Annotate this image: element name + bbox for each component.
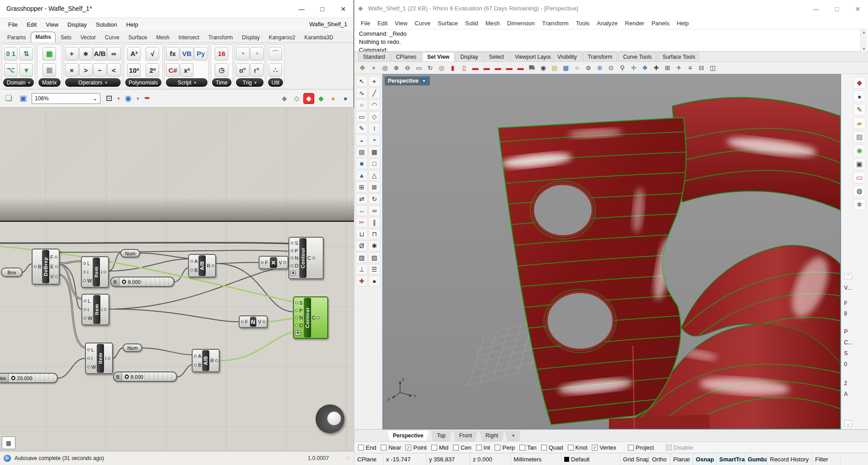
gh-group-label[interactable]: Operators▾ [65,78,121,87]
gh-component-icon[interactable]: ◷ [215,63,228,77]
panel-icon[interactable]: ✱ [853,199,866,211]
status-cell[interactable]: z 0.000 [470,453,511,465]
preview-mode-icon[interactable]: ◆ [279,93,290,104]
scroll-down-button[interactable]: ⌄ [844,420,852,427]
checkbox-icon[interactable] [628,445,634,451]
gh-component-item-3[interactable]: LiW Item i [85,343,113,374]
gh-menu-item[interactable]: Help [122,19,143,30]
gh-param-box[interactable]: Box [1,268,23,277]
rhino-menu-item[interactable]: Edit [374,19,391,28]
gh-category-tab[interactable]: Params [3,33,30,42]
checkbox-icon[interactable] [495,445,500,451]
tool-icon[interactable]: ∿ [356,88,368,99]
panel-icon[interactable]: ▨ [853,131,866,143]
panel-icon[interactable]: ▭ [853,172,866,183]
gh-component-icon[interactable]: fx [166,47,179,61]
tool-icon[interactable]: ▨ [368,252,380,263]
checkbox-icon[interactable] [406,445,411,451]
rhino-close-button[interactable]: ✕ [847,0,868,18]
tool-icon[interactable]: ☰ [368,264,380,275]
panel-icon[interactable]: ▣ [853,158,866,170]
rhino-toolbar-tab[interactable]: Transform [583,52,617,61]
gh-group-label[interactable]: Matrix [38,78,61,87]
gh-component-icon[interactable]: A² [127,47,141,61]
tool-icon[interactable]: ⊞ [356,182,368,193]
gh-slider-b2[interactable]: B 8.000 [113,371,177,382]
gh-component-icon[interactable]: ⌒ [269,47,282,61]
tool-icon[interactable]: □ [368,158,380,169]
tool-icon[interactable]: ■ [356,158,368,169]
gh-component-icon[interactable]: ∴ [269,63,282,77]
gh-component-icon[interactable]: ▦ [42,47,56,61]
toolbar-icon[interactable]: ✈ [674,63,684,73]
status-cell[interactable]: Gumball [745,453,767,465]
gh-param-num-1[interactable]: Num [120,249,140,258]
panel-label[interactable]: C... [844,339,853,346]
slider-knob[interactable] [122,280,126,284]
chevron-down-icon[interactable]: ▾ [137,96,139,101]
gh-titlebar[interactable]: Grasshopper - Wafle_Shelf_1* — □ ✕ [0,0,354,18]
gh-component-item-2[interactable]: LiW Item i [81,294,109,325]
gh-slider-b1[interactable]: B 8.000 [110,277,175,287]
toolbar-icon[interactable]: ✥ [357,63,368,73]
expression-icon[interactable]: ✱ [295,330,300,335]
tool-icon[interactable]: ⊠ [368,182,380,193]
status-cell[interactable]: CPlane [354,453,383,465]
gh-component-icon[interactable]: 16 [215,47,228,61]
toolbar-icon[interactable]: ⚲ [617,63,627,73]
tool-icon[interactable]: ✎ [356,123,368,134]
toolbar-icon[interactable]: ▤ [549,63,560,73]
chevron-down-icon[interactable]: ▾ [118,96,120,101]
toolbar-icon[interactable]: ▯ [459,63,469,73]
status-cell[interactable]: Millimeters [511,453,561,465]
gh-category-tab[interactable]: Kangaroo2 [264,33,299,42]
tool-icon[interactable]: ⇄ [356,193,368,204]
expression-icon[interactable]: ✱ [291,271,296,276]
checkbox-icon[interactable] [568,445,574,451]
gh-component-icon[interactable]: √ [146,47,159,61]
gh-component-icon[interactable]: ◔ [236,47,250,61]
panel-label[interactable]: F [844,300,847,306]
rhino-command-area[interactable]: Command: _Redo Nothing to redo. Command:… [354,29,868,52]
status-cell[interactable]: Filter [812,453,840,465]
gh-component-icon[interactable]: A/B [93,47,107,61]
tool-icon[interactable]: ◒ [356,135,368,146]
chevron-down-icon[interactable]: ▾ [194,80,196,85]
gh-component-icon[interactable]: α° [236,63,250,77]
gh-component-icon[interactable]: x² [180,63,193,77]
rhino-menu-item[interactable]: Panels [648,19,673,28]
tool-icon[interactable]: ⌖ [368,76,380,87]
checkbox-icon[interactable] [431,445,437,451]
rhino-menu-item[interactable]: Dimension [504,19,538,28]
tool-icon[interactable]: ⊓ [368,229,380,240]
gh-category-tab[interactable]: Transform [204,33,237,42]
osnap-toggle[interactable]: Quad [541,444,563,451]
rhino-menu-item[interactable]: Solid [462,19,482,28]
gh-component-item-1[interactable]: LiW Item i [81,256,109,288]
rhino-toolbar-tab[interactable]: Select [484,52,509,61]
chevron-down-icon[interactable]: ▾ [28,80,30,85]
checkbox-icon[interactable] [592,445,598,451]
osnap-toggle[interactable]: Vertex [592,444,616,451]
preview-mode-icon[interactable]: ◆ [316,93,326,104]
tool-icon[interactable]: ≀ [368,123,380,134]
gh-component-icon[interactable]: ∞ [107,47,121,61]
preview-mode-icon[interactable]: ● [328,93,339,104]
rhino-menu-item[interactable]: File [357,19,374,28]
zoom-extents-icon[interactable]: ⊡ [103,93,115,104]
rhino-menu-item[interactable]: Tools [572,19,593,28]
checkbox-icon[interactable] [541,445,547,451]
gh-menu-item[interactable]: Edit [22,19,41,30]
status-cell[interactable]: Ortho [649,453,670,465]
gh-component-icon[interactable]: ⌥ [4,63,18,77]
gh-menu-item[interactable]: Solution [91,19,122,30]
preview-mode-icon[interactable]: ◇ [291,93,302,104]
rhino-menu-item[interactable]: View [391,19,411,28]
gh-component-icon[interactable]: ▼ [19,63,33,77]
tool-icon[interactable]: ⊔ [356,229,368,240]
toolbar-icon[interactable]: ⊕ [391,63,401,73]
tool-icon[interactable]: ↔ [356,205,368,216]
gh-component-debrep[interactable]: B DeBrep FEV [32,249,60,285]
osnap-toggle[interactable]: Project [628,444,654,451]
gh-component-division-1[interactable]: AB A/B R [188,254,216,277]
